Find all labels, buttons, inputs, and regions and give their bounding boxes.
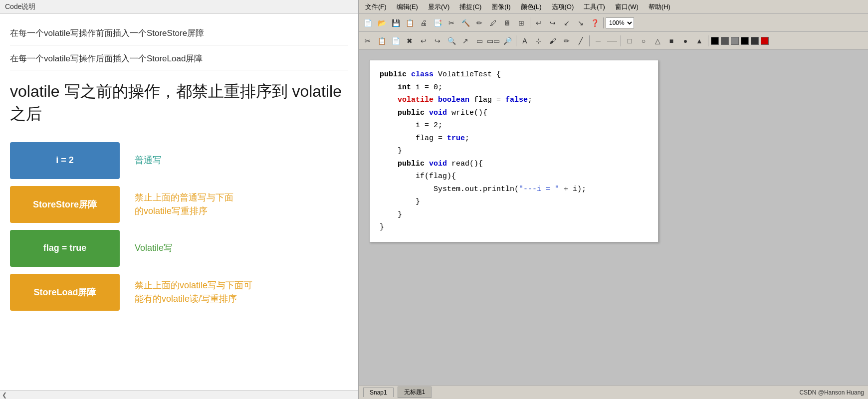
- code-line-8: public void read(){: [380, 158, 648, 171]
- code-line-13: }: [380, 221, 648, 234]
- op-box-storestore: StoreStore屏障: [10, 186, 120, 223]
- tb-stamp[interactable]: 🔨: [459, 16, 472, 29]
- menu-help[interactable]: 帮助(H): [645, 1, 674, 12]
- code-line-5: i = 2;: [380, 119, 648, 132]
- tb2-line[interactable]: ╱: [574, 34, 587, 47]
- color-black[interactable]: [711, 37, 719, 45]
- tb2-text[interactable]: A: [518, 34, 531, 47]
- tb2-redo[interactable]: ↪: [431, 34, 444, 47]
- tb2-pointer[interactable]: ↗: [459, 34, 472, 47]
- tb-delete[interactable]: ✂: [445, 16, 458, 29]
- code-line-2: int i = 0;: [380, 81, 648, 94]
- menu-image[interactable]: 图像(I): [487, 1, 514, 12]
- op-box-storeload: StoreLoad屏障: [10, 274, 120, 311]
- color-black2[interactable]: [741, 37, 749, 45]
- tb2-triangle[interactable]: △: [651, 34, 664, 47]
- kw-volatile: volatile: [398, 96, 434, 104]
- tb-expand-r[interactable]: ↘: [574, 16, 587, 29]
- menu-color[interactable]: 颜色(L): [517, 1, 546, 12]
- op-box-storeload-label: StoreLoad屏障: [33, 286, 96, 298]
- flag-decl: flag =: [469, 96, 505, 104]
- zoom-select[interactable]: 100% 50% 200%: [606, 17, 634, 28]
- tb2-line-style2[interactable]: ——: [606, 34, 619, 47]
- op-box-flag-label: flag = true: [43, 243, 87, 253]
- kw-class: class: [411, 70, 438, 79]
- tb-pen[interactable]: 🖊: [487, 16, 500, 29]
- tb-grid[interactable]: ⊞: [515, 16, 528, 29]
- kw-false: false: [505, 96, 528, 104]
- left-scrollbar[interactable]: ❮: [0, 390, 358, 399]
- tab-untitled[interactable]: 无标题1: [398, 387, 432, 398]
- tb2-pen2[interactable]: ✏: [560, 34, 573, 47]
- left-title-bar: Code说明: [0, 0, 358, 14]
- op-row-4: StoreLoad屏障 禁止上面的volatile写与下面可 能有的volati…: [10, 274, 348, 311]
- rule2-text: 在每一个volatile写操作后面插入一个StoreLoad屏障: [10, 45, 348, 71]
- code-line-1: public class VolatileTest {: [380, 68, 648, 81]
- tb-question[interactable]: ❓: [588, 16, 601, 29]
- menu-options[interactable]: 选项(O): [548, 1, 578, 12]
- color-red[interactable]: [761, 37, 769, 45]
- tb2-highlight[interactable]: 🖌: [546, 34, 559, 47]
- op-row-3: flag = true Volatile写: [10, 230, 348, 267]
- code-line-11: }: [380, 196, 648, 208]
- tb2-delete[interactable]: ✖: [403, 34, 416, 47]
- kw-public-4: public: [398, 109, 425, 117]
- scroll-arrow-left[interactable]: ❮: [2, 392, 7, 399]
- string-literal: "---i = ": [519, 185, 559, 194]
- tb2-cut[interactable]: ✂: [361, 34, 374, 47]
- kw-public-8: public: [398, 160, 425, 168]
- close-write: }: [380, 147, 402, 155]
- tb2-filled-tri[interactable]: ▲: [693, 34, 706, 47]
- close-if: }: [380, 198, 420, 206]
- class-name: VolatileTest {: [438, 70, 501, 79]
- tb-sep1: [530, 17, 530, 28]
- tb2-rect[interactable]: □: [623, 34, 636, 47]
- menu-file[interactable]: 文件(F): [361, 1, 391, 12]
- kw-void-w: void: [429, 109, 447, 117]
- menu-window[interactable]: 窗口(W): [611, 1, 643, 12]
- tb-new[interactable]: 📄: [361, 16, 374, 29]
- tb2-search[interactable]: 🔍: [445, 34, 458, 47]
- tb-arrow-left[interactable]: ↩: [532, 16, 545, 29]
- tb-copy[interactable]: 📑: [431, 16, 444, 29]
- tb2-copy[interactable]: 📋: [375, 34, 388, 47]
- tb-save2[interactable]: 📋: [403, 16, 416, 29]
- tb2-paste[interactable]: 📄: [389, 34, 402, 47]
- space-8: [425, 160, 429, 168]
- tb2-zoom-area[interactable]: 🔎: [501, 34, 514, 47]
- menu-capture[interactable]: 捕捉(C): [455, 1, 485, 12]
- tb-arrow-right[interactable]: ↪: [546, 16, 559, 29]
- tb-expand-l[interactable]: ↙: [560, 16, 573, 29]
- flag-true-assign: flag =: [380, 134, 447, 143]
- tb-edit[interactable]: ✏: [473, 16, 486, 29]
- tb2-filled-oval[interactable]: ●: [679, 34, 692, 47]
- tb-open[interactable]: 📂: [375, 16, 388, 29]
- tb2-filled-rect[interactable]: ■: [665, 34, 678, 47]
- tb2-undo[interactable]: ↩: [417, 34, 430, 47]
- tb2-rect-select2[interactable]: ▭▭: [487, 34, 500, 47]
- color-dark2[interactable]: [751, 37, 759, 45]
- tb2-line-style1[interactable]: —: [592, 34, 605, 47]
- op-label-1: 普通写: [135, 154, 162, 167]
- op-row-1: i = 2 普通写: [10, 142, 348, 179]
- semi-3: ;: [528, 96, 532, 104]
- menu-view[interactable]: 显示(V): [424, 1, 453, 12]
- tab-snap1[interactable]: Snap1: [363, 388, 394, 397]
- tb2-anchor[interactable]: ⊹: [532, 34, 545, 47]
- color-darkgray[interactable]: [721, 37, 729, 45]
- println-call: System.out.println(: [380, 185, 519, 194]
- tb-monitor[interactable]: 🖥: [501, 16, 514, 29]
- semi-6: ;: [465, 134, 469, 143]
- code-display: public class VolatileTest { int i = 0; v…: [369, 60, 658, 242]
- menu-tools[interactable]: 工具(T): [580, 1, 609, 12]
- menu-edit[interactable]: 编辑(E): [393, 1, 422, 12]
- tb2-oval[interactable]: ○: [637, 34, 650, 47]
- tb-save-disk[interactable]: 💾: [389, 16, 402, 29]
- op-label-4: 禁止上面的volatile写与下面可 能有的volatile读/写重排序: [135, 279, 252, 306]
- color-gray[interactable]: [731, 37, 739, 45]
- rule1-text: 在每一个volatile写操作前面插入一个StoreStore屏障: [10, 20, 348, 45]
- code-line-12: }: [380, 208, 648, 221]
- tb-print-preview[interactable]: 🖨: [417, 16, 430, 29]
- tb2-rect-select[interactable]: ▭: [473, 34, 486, 47]
- code-line-7: }: [380, 145, 648, 158]
